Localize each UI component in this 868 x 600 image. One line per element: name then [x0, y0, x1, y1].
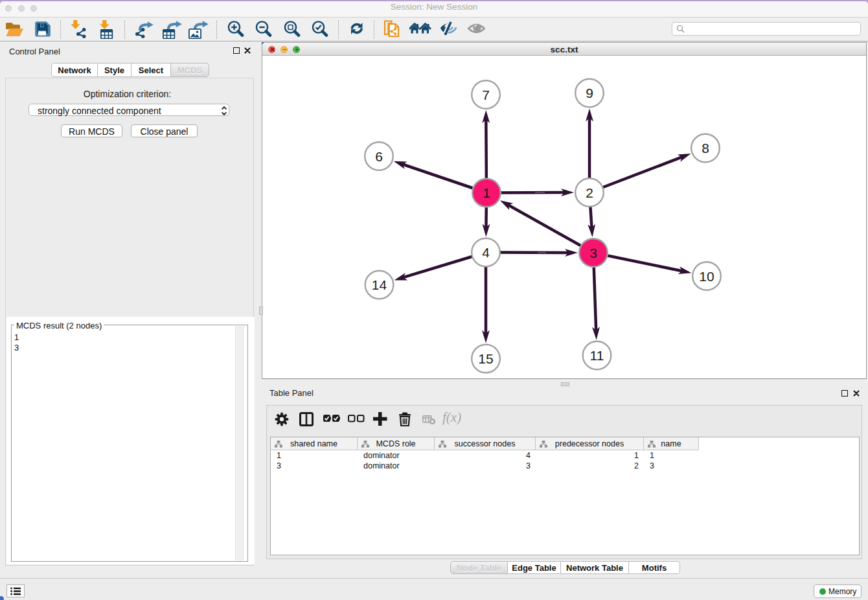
svg-text:15: 15 — [478, 351, 493, 366]
svg-text:1: 1 — [483, 185, 490, 200]
svg-text:14: 14 — [372, 277, 387, 292]
svg-text:2: 2 — [586, 185, 593, 200]
svg-text:9: 9 — [586, 86, 593, 100]
svg-text:10: 10 — [699, 269, 714, 284]
svg-text:f(x): f(x) — [442, 411, 461, 425]
svg-text:4: 4 — [482, 245, 490, 260]
svg-text:7: 7 — [482, 87, 490, 102]
svg-text:11: 11 — [590, 348, 604, 363]
svg-text:6: 6 — [375, 149, 383, 164]
svg-text:8: 8 — [702, 141, 709, 156]
svg-text:3: 3 — [589, 246, 597, 260]
